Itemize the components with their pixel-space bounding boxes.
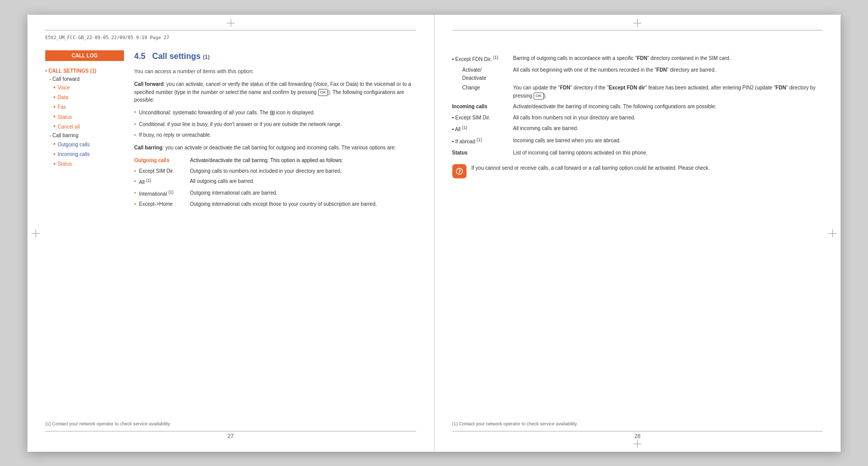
- label-abroad: • If abroad (1): [452, 137, 513, 146]
- row-status: Status List of incoming call barring opt…: [452, 149, 823, 157]
- desc-status: List of incoming call barring options ac…: [513, 149, 823, 157]
- svg-point-1: [459, 169, 459, 169]
- crosshair-bottom-right: [633, 440, 641, 448]
- label-all-incoming: • All (1): [452, 125, 513, 134]
- label-incoming: Incoming calls: [452, 103, 513, 111]
- outgoing-calls-section: Outgoing calls Activate/deactivate the c…: [134, 157, 416, 208]
- sidebar-section-title: • CALL SETTINGS (1): [45, 67, 124, 75]
- sub-except-sim: • Except SIM Dir. Outgoing calls to numb…: [134, 167, 416, 175]
- info-box: If you cannot send or receive calls, a c…: [452, 164, 823, 178]
- row-change: Change You can update the "FDN" director…: [452, 84, 823, 100]
- sidebar: CALL LOG • CALL SETTINGS (1) - Call forw…: [45, 50, 124, 211]
- sidebar-nav: • CALL SETTINGS (1) - Call forward Voice…: [45, 67, 124, 170]
- bottom-border-right: [452, 431, 823, 431]
- sidebar-data: Data: [45, 93, 124, 103]
- sidebar-call-forward: - Call forward: [45, 75, 124, 83]
- crosshair-side-right: [828, 229, 836, 237]
- page-left: E5V2_UM_FCC-GB_22-09-05 22/09/05 9:19 Pa…: [27, 15, 435, 452]
- desc-all-incoming: All incoming calls are barred.: [513, 125, 823, 133]
- sidebar-status1: Status: [45, 112, 124, 122]
- left-content: CALL LOG • CALL SETTINGS (1) - Call forw…: [45, 50, 416, 211]
- sidebar-outgoing: Outgoing calls: [45, 140, 124, 149]
- sub-except-home: • Except->Home Outgoing international ca…: [134, 200, 416, 208]
- page-number-left: 27: [228, 433, 234, 439]
- sidebar-call-barring: - Call barring: [45, 132, 124, 140]
- bottom-border-left: [45, 431, 416, 431]
- page-header-left: E5V2_UM_FCC-GB_22-09-05 22/09/05 9:19 Pa…: [45, 35, 416, 40]
- bullet-unconditional: • Unconditional: systematic forwarding o…: [134, 108, 416, 117]
- top-border-right: [452, 30, 823, 30]
- crosshair-top-left: [227, 19, 235, 27]
- info-text: If you cannot send or receive calls, a c…: [472, 164, 710, 172]
- desc-except-sim: All calls from numbers not in your direc…: [513, 114, 823, 122]
- row-except-sim: • Except SIM Dir. All calls from numbers…: [452, 114, 823, 122]
- crosshair-top-right: [633, 19, 641, 27]
- label-status: Status: [452, 149, 513, 157]
- book-spread: E5V2_UM_FCC-GB_22-09-05 22/09/05 9:19 Pa…: [27, 15, 841, 452]
- desc-except-fdn: Barring of outgoing calls in accordance …: [513, 54, 823, 63]
- desc-activate: All calls not beginning with one of the …: [513, 66, 823, 82]
- label-activate: Activate/Deactivate: [462, 66, 513, 82]
- desc-abroad: Incoming calls are barred when you are a…: [513, 137, 823, 145]
- footnote-left: (1) Contact your network operator to che…: [45, 421, 171, 426]
- main-content: 4.5 Call settings (1) You can access a n…: [134, 50, 416, 211]
- call-forward-paragraph: Call forward: you can activate, cancel o…: [134, 80, 416, 104]
- sidebar-voice: Voice: [45, 83, 124, 93]
- sidebar-status2: Status: [45, 160, 124, 169]
- sidebar-cancel-all: Cancel all: [45, 122, 124, 132]
- sub-all: • All (1) All outgoing calls are barred.: [134, 177, 416, 186]
- row-except-fdn: • Except FDN Dir. (1) Barring of outgoin…: [452, 54, 823, 64]
- page-number-right: 28: [634, 433, 640, 439]
- call-barring-paragraph: Call barring: you can activate or deacti…: [134, 144, 416, 152]
- bullet-conditional: • Conditional: if your line is busy, if …: [134, 120, 416, 128]
- bullet-busy: • If busy, no reply or unreachable.: [134, 131, 416, 139]
- section-title: 4.5 Call settings (1): [134, 50, 416, 63]
- sidebar-header: CALL LOG: [45, 50, 124, 61]
- desc-incoming: Activate/deactivate the barring of incom…: [513, 103, 823, 111]
- crosshair-side-left: [32, 229, 40, 237]
- page-right: • Except FDN Dir. (1) Barring of outgoin…: [435, 15, 841, 452]
- top-border-left: [45, 30, 416, 30]
- outgoing-desc: Activate/deactivate the call barring. Th…: [190, 157, 416, 164]
- label-except-fdn: • Except FDN Dir. (1): [452, 54, 513, 64]
- sidebar-incoming: Incoming calls: [45, 150, 124, 160]
- footnote-right: (1) Contact your network operator to che…: [452, 421, 578, 426]
- outgoing-label: Outgoing calls: [134, 157, 190, 164]
- row-incoming: Incoming calls Activate/deactivate the b…: [452, 103, 823, 111]
- info-icon: [452, 164, 467, 178]
- desc-change: You can update the "FDN" directory if th…: [513, 84, 823, 100]
- label-change: Change: [462, 84, 513, 100]
- label-except-sim: • Except SIM Dir.: [452, 114, 513, 122]
- right-content: • Except FDN Dir. (1) Barring of outgoin…: [452, 54, 823, 178]
- row-abroad: • If abroad (1) Incoming calls are barre…: [452, 137, 823, 146]
- intro-text: You can access a number of items with th…: [134, 68, 416, 76]
- row-activate: Activate/Deactivate All calls not beginn…: [452, 66, 823, 82]
- sub-international: • International (1) Outgoing internation…: [134, 189, 416, 198]
- sidebar-fax: Fax: [45, 103, 124, 112]
- row-all-incoming: • All (1) All incoming calls are barred.: [452, 125, 823, 134]
